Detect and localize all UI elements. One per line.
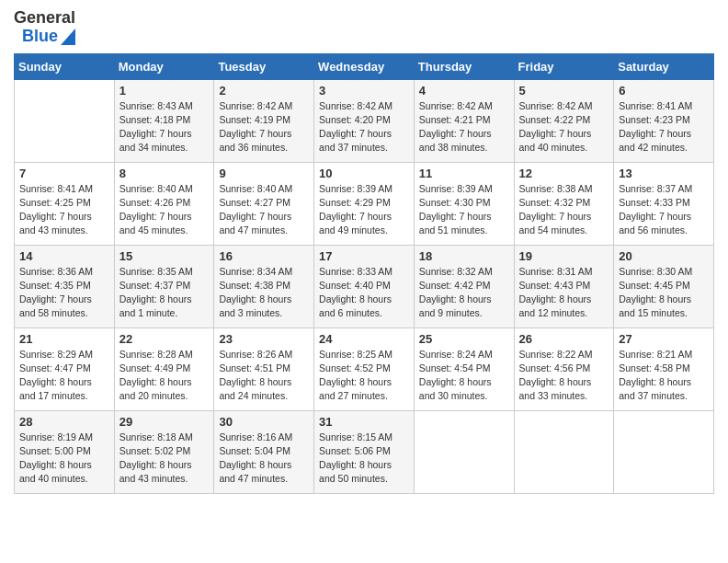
calendar-cell: 5Sunrise: 8:42 AMSunset: 4:22 PMDaylight… xyxy=(514,79,614,162)
calendar-cell: 24Sunrise: 8:25 AMSunset: 4:52 PMDayligh… xyxy=(314,327,415,410)
day-info: Sunrise: 8:18 AMSunset: 5:02 PMDaylight:… xyxy=(119,431,210,487)
calendar-cell xyxy=(414,410,514,493)
day-number: 27 xyxy=(619,332,709,346)
calendar-week-row: 14Sunrise: 8:36 AMSunset: 4:35 PMDayligh… xyxy=(15,245,714,327)
calendar-cell: 30Sunrise: 8:16 AMSunset: 5:04 PMDayligh… xyxy=(214,410,314,493)
day-number: 11 xyxy=(419,167,509,180)
calendar-cell: 19Sunrise: 8:31 AMSunset: 4:43 PMDayligh… xyxy=(514,245,614,327)
calendar-cell: 9Sunrise: 8:40 AMSunset: 4:27 PMDaylight… xyxy=(214,162,314,245)
day-number: 22 xyxy=(119,332,210,346)
calendar-cell: 8Sunrise: 8:40 AMSunset: 4:26 PMDaylight… xyxy=(114,162,214,245)
calendar-cell: 25Sunrise: 8:24 AMSunset: 4:54 PMDayligh… xyxy=(414,327,514,410)
day-number: 24 xyxy=(319,332,409,346)
day-number: 28 xyxy=(19,415,109,429)
day-info: Sunrise: 8:29 AMSunset: 4:47 PMDaylight:… xyxy=(19,348,109,404)
day-number: 29 xyxy=(119,415,210,429)
calendar-cell: 12Sunrise: 8:38 AMSunset: 4:32 PMDayligh… xyxy=(514,162,614,245)
logo-blue: Blue xyxy=(22,28,58,46)
day-info: Sunrise: 8:24 AMSunset: 4:54 PMDaylight:… xyxy=(419,348,509,404)
day-info: Sunrise: 8:15 AMSunset: 5:06 PMDaylight:… xyxy=(319,431,409,487)
day-info: Sunrise: 8:16 AMSunset: 5:04 PMDaylight:… xyxy=(219,431,309,487)
day-info: Sunrise: 8:41 AMSunset: 4:23 PMDaylight:… xyxy=(619,99,709,155)
header-cell-wednesday: Wednesday xyxy=(314,53,415,79)
day-info: Sunrise: 8:31 AMSunset: 4:43 PMDaylight:… xyxy=(519,265,609,321)
calendar-cell: 26Sunrise: 8:22 AMSunset: 4:56 PMDayligh… xyxy=(514,327,614,410)
day-info: Sunrise: 8:22 AMSunset: 4:56 PMDaylight:… xyxy=(519,348,609,404)
day-number: 4 xyxy=(419,84,509,98)
logo: General Blue xyxy=(14,9,75,46)
calendar-cell: 23Sunrise: 8:26 AMSunset: 4:51 PMDayligh… xyxy=(214,327,314,410)
calendar-cell: 1Sunrise: 8:43 AMSunset: 4:18 PMDaylight… xyxy=(114,79,214,162)
day-number: 3 xyxy=(319,84,409,98)
calendar-cell: 11Sunrise: 8:39 AMSunset: 4:30 PMDayligh… xyxy=(414,162,514,245)
calendar-cell: 14Sunrise: 8:36 AMSunset: 4:35 PMDayligh… xyxy=(15,245,115,327)
day-number: 23 xyxy=(219,332,309,346)
calendar-week-row: 28Sunrise: 8:19 AMSunset: 5:00 PMDayligh… xyxy=(15,410,714,493)
day-info: Sunrise: 8:39 AMSunset: 4:30 PMDaylight:… xyxy=(419,182,509,238)
day-number: 25 xyxy=(419,332,509,346)
day-number: 14 xyxy=(19,249,109,263)
day-info: Sunrise: 8:30 AMSunset: 4:45 PMDaylight:… xyxy=(619,265,709,321)
calendar-week-row: 7Sunrise: 8:41 AMSunset: 4:25 PMDaylight… xyxy=(15,162,714,245)
day-info: Sunrise: 8:32 AMSunset: 4:42 PMDaylight:… xyxy=(419,265,509,321)
day-number: 18 xyxy=(419,249,509,263)
day-info: Sunrise: 8:40 AMSunset: 4:27 PMDaylight:… xyxy=(219,182,309,238)
day-number: 17 xyxy=(319,249,409,263)
day-info: Sunrise: 8:41 AMSunset: 4:25 PMDaylight:… xyxy=(19,182,109,238)
header: General Blue xyxy=(14,9,714,46)
day-number: 26 xyxy=(519,332,609,346)
calendar-cell: 20Sunrise: 8:30 AMSunset: 4:45 PMDayligh… xyxy=(614,245,714,327)
calendar-cell: 22Sunrise: 8:28 AMSunset: 4:49 PMDayligh… xyxy=(114,327,214,410)
day-info: Sunrise: 8:26 AMSunset: 4:51 PMDaylight:… xyxy=(219,348,309,404)
day-info: Sunrise: 8:37 AMSunset: 4:33 PMDaylight:… xyxy=(619,182,709,238)
day-number: 20 xyxy=(619,249,709,263)
calendar-week-row: 21Sunrise: 8:29 AMSunset: 4:47 PMDayligh… xyxy=(15,327,714,410)
calendar-cell: 13Sunrise: 8:37 AMSunset: 4:33 PMDayligh… xyxy=(614,162,714,245)
calendar-cell: 18Sunrise: 8:32 AMSunset: 4:42 PMDayligh… xyxy=(414,245,514,327)
day-info: Sunrise: 8:21 AMSunset: 4:58 PMDaylight:… xyxy=(619,348,709,404)
calendar-cell: 29Sunrise: 8:18 AMSunset: 5:02 PMDayligh… xyxy=(114,410,214,493)
day-number: 2 xyxy=(219,84,309,98)
day-number: 30 xyxy=(219,415,309,429)
day-number: 15 xyxy=(119,249,210,263)
day-info: Sunrise: 8:43 AMSunset: 4:18 PMDaylight:… xyxy=(119,99,210,155)
day-number: 16 xyxy=(219,249,309,263)
day-info: Sunrise: 8:35 AMSunset: 4:37 PMDaylight:… xyxy=(119,265,210,321)
day-number: 8 xyxy=(119,167,210,180)
day-info: Sunrise: 8:42 AMSunset: 4:21 PMDaylight:… xyxy=(419,99,509,155)
day-number: 10 xyxy=(319,167,409,180)
calendar-cell: 21Sunrise: 8:29 AMSunset: 4:47 PMDayligh… xyxy=(15,327,115,410)
calendar-table: SundayMondayTuesdayWednesdayThursdayFrid… xyxy=(14,53,714,494)
day-info: Sunrise: 8:42 AMSunset: 4:20 PMDaylight:… xyxy=(319,99,409,155)
day-number: 13 xyxy=(619,167,709,180)
svg-marker-0 xyxy=(61,29,75,45)
day-info: Sunrise: 8:40 AMSunset: 4:26 PMDaylight:… xyxy=(119,182,210,238)
day-number: 1 xyxy=(119,84,210,98)
day-number: 9 xyxy=(219,167,309,180)
calendar-cell: 27Sunrise: 8:21 AMSunset: 4:58 PMDayligh… xyxy=(614,327,714,410)
day-number: 19 xyxy=(519,249,609,263)
calendar-cell: 2Sunrise: 8:42 AMSunset: 4:19 PMDaylight… xyxy=(214,79,314,162)
day-info: Sunrise: 8:33 AMSunset: 4:40 PMDaylight:… xyxy=(319,265,409,321)
day-info: Sunrise: 8:39 AMSunset: 4:29 PMDaylight:… xyxy=(319,182,409,238)
day-number: 7 xyxy=(19,167,109,180)
day-number: 31 xyxy=(319,415,409,429)
day-info: Sunrise: 8:36 AMSunset: 4:35 PMDaylight:… xyxy=(19,265,109,321)
calendar-cell: 28Sunrise: 8:19 AMSunset: 5:00 PMDayligh… xyxy=(15,410,115,493)
header-cell-thursday: Thursday xyxy=(414,53,514,79)
header-cell-tuesday: Tuesday xyxy=(214,53,314,79)
day-number: 6 xyxy=(619,84,709,98)
header-cell-saturday: Saturday xyxy=(614,53,714,79)
logo-triangle-icon xyxy=(61,29,75,45)
day-info: Sunrise: 8:19 AMSunset: 5:00 PMDaylight:… xyxy=(19,431,109,487)
day-info: Sunrise: 8:28 AMSunset: 4:49 PMDaylight:… xyxy=(119,348,210,404)
logo-general: General xyxy=(14,9,75,28)
day-info: Sunrise: 8:34 AMSunset: 4:38 PMDaylight:… xyxy=(219,265,309,321)
calendar-cell: 3Sunrise: 8:42 AMSunset: 4:20 PMDaylight… xyxy=(314,79,415,162)
day-number: 5 xyxy=(519,84,609,98)
calendar-cell: 17Sunrise: 8:33 AMSunset: 4:40 PMDayligh… xyxy=(314,245,415,327)
calendar-header-row: SundayMondayTuesdayWednesdayThursdayFrid… xyxy=(15,53,714,79)
day-number: 12 xyxy=(519,167,609,180)
calendar-cell xyxy=(15,79,115,162)
calendar-cell: 31Sunrise: 8:15 AMSunset: 5:06 PMDayligh… xyxy=(314,410,415,493)
